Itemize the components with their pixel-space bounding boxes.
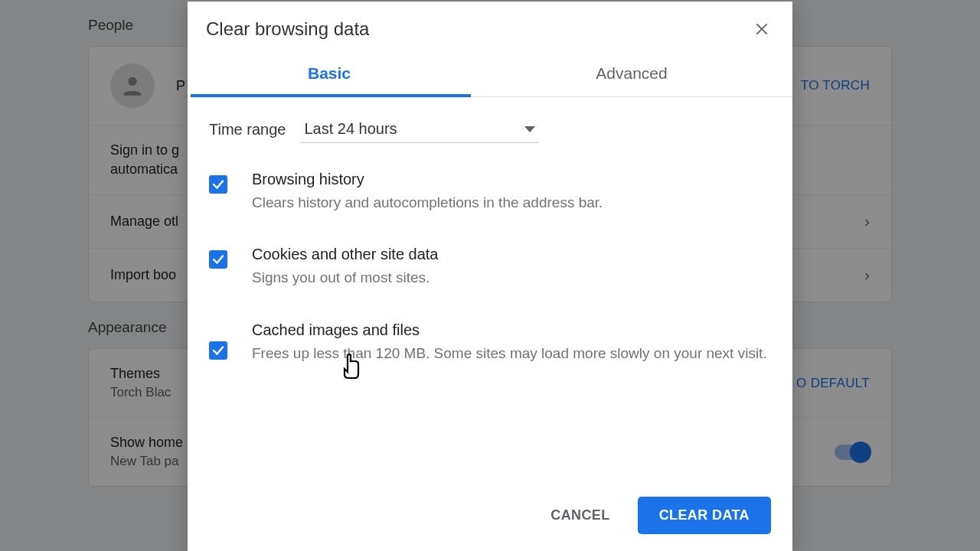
tab-basic-label: Basic xyxy=(308,64,351,82)
checkbox-cookies[interactable] xyxy=(209,250,227,269)
tab-advanced[interactable]: Advanced xyxy=(471,52,792,96)
clear-data-label: CLEAR DATA xyxy=(659,507,750,523)
close-button[interactable] xyxy=(750,17,774,41)
dialog-title: Clear browsing data xyxy=(206,18,369,40)
clear-data-button[interactable]: CLEAR DATA xyxy=(638,497,771,534)
clear-browsing-data-dialog: Clear browsing data Basic Advanced Time … xyxy=(188,2,792,551)
cancel-label: CANCEL xyxy=(550,507,609,523)
checkbox-cached[interactable] xyxy=(209,341,227,360)
dropdown-caret-icon xyxy=(524,126,535,132)
tab-basic[interactable]: Basic xyxy=(188,52,471,96)
cancel-button[interactable]: CANCEL xyxy=(544,500,616,531)
time-range-value: Last 24 hours xyxy=(304,120,524,138)
time-range-label: Time range xyxy=(209,121,286,139)
option-subtitle: Frees up less than 120 MB. Some sites ma… xyxy=(252,342,771,364)
time-range-select[interactable]: Last 24 hours xyxy=(301,116,538,143)
option-title: Cached images and files xyxy=(252,321,771,339)
option-title: Browsing history xyxy=(252,171,771,188)
checkbox-browsing-history[interactable] xyxy=(209,175,227,194)
tab-advanced-label: Advanced xyxy=(596,64,667,82)
option-browsing-history[interactable]: Browsing history Clears history and auto… xyxy=(209,171,771,214)
option-cached[interactable]: Cached images and files Frees up less th… xyxy=(209,321,771,364)
option-subtitle: Signs you out of most sites. xyxy=(252,266,771,289)
dialog-tabs: Basic Advanced xyxy=(188,52,792,97)
option-cookies[interactable]: Cookies and other site data Signs you ou… xyxy=(209,246,771,289)
option-subtitle: Clears history and autocompletions in th… xyxy=(252,191,771,214)
option-title: Cookies and other site data xyxy=(252,246,771,263)
